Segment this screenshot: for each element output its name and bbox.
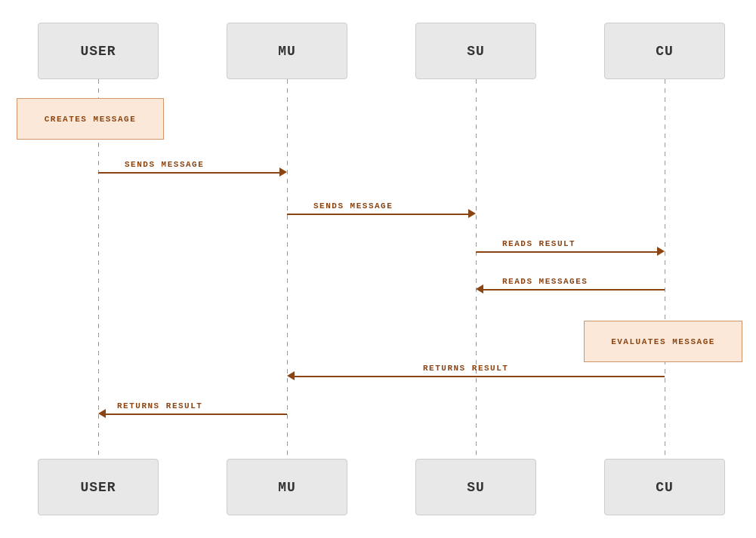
- actor-mu-b: MU: [227, 459, 347, 515]
- actor-cu: CU: [604, 23, 725, 79]
- arrow-label-reads-result-1: READS RESULT: [502, 239, 575, 248]
- note-creates-message: CREATES MESSAGE: [17, 98, 164, 140]
- arrow-line-sends-message-1: [98, 172, 279, 174]
- arrow-line-returns-result-2: [106, 413, 287, 415]
- arrow-label-returns-result-2: RETURNS RESULT: [117, 401, 202, 410]
- arrow-line-reads-messages: [483, 289, 665, 291]
- arrow-label-sends-message-2: SENDS MESSAGE: [313, 201, 393, 211]
- lifeline-ll-su: [476, 79, 477, 459]
- lifeline-ll-cu: [665, 79, 665, 459]
- sequence-diagram: USERMUSUCUUSERMUSUCUCREATES MESSAGEEVALU…: [0, 0, 756, 538]
- actor-user-b: USER: [38, 459, 159, 515]
- arrowhead-left-returns-result-2: [98, 409, 106, 418]
- arrow-label-reads-messages: READS MESSAGES: [502, 277, 588, 286]
- actor-su: SU: [415, 23, 536, 79]
- arrow-line-reads-result-1: [476, 251, 657, 253]
- arrowhead-left-reads-messages: [476, 284, 483, 294]
- actor-su-b: SU: [415, 459, 536, 515]
- arrow-label-returns-result-1: RETURNS RESULT: [423, 364, 508, 373]
- arrow-line-sends-message-2: [287, 214, 468, 215]
- actor-mu: MU: [227, 23, 347, 79]
- arrowhead-right-reads-result-1: [657, 247, 665, 256]
- arrowhead-right-sends-message-2: [468, 209, 476, 218]
- lifeline-ll-mu: [287, 79, 288, 459]
- actor-user: USER: [38, 23, 159, 79]
- note-evaluates-message: EVALUATES MESSAGE: [584, 321, 742, 362]
- arrow-line-returns-result-1: [295, 376, 665, 377]
- arrowhead-left-returns-result-1: [287, 371, 295, 380]
- arrowhead-right-sends-message-1: [279, 168, 287, 177]
- actor-cu-b: CU: [604, 459, 725, 515]
- arrow-label-sends-message-1: SENDS MESSAGE: [125, 160, 204, 169]
